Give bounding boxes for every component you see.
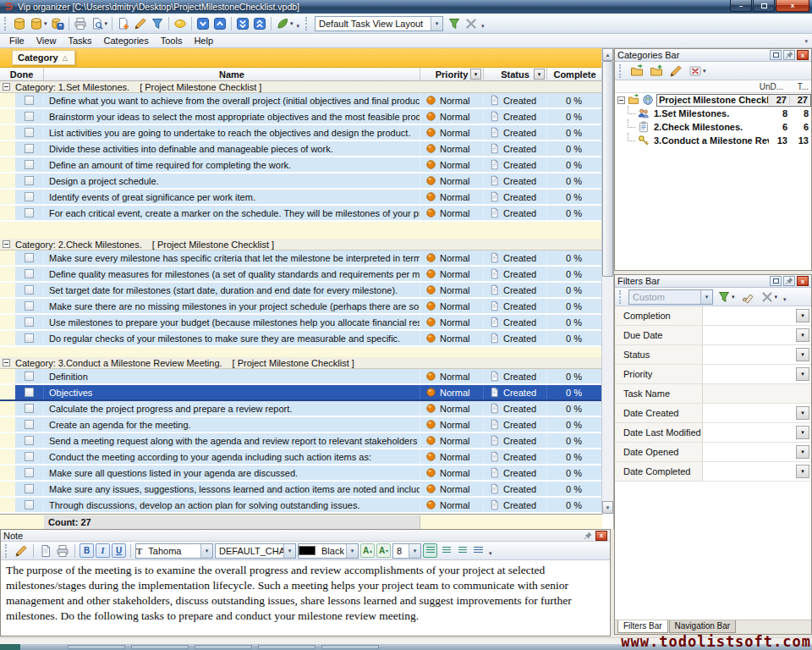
chevron-down-icon[interactable]: ▾ bbox=[409, 544, 420, 558]
task-checkbox[interactable] bbox=[25, 484, 34, 493]
toolbar-overflow-icon[interactable]: ▾ bbox=[489, 550, 492, 557]
align-right-button[interactable] bbox=[455, 543, 469, 558]
collapse-icon[interactable] bbox=[617, 96, 625, 104]
undock-panel-button[interactable] bbox=[770, 50, 782, 60]
task-row[interactable]: Define an amount of time required for co… bbox=[0, 157, 602, 174]
edit-category-icon[interactable] bbox=[667, 63, 684, 80]
column-header-complete[interactable]: Complete bbox=[547, 68, 602, 80]
align-center-button[interactable] bbox=[439, 543, 453, 558]
font-color-select[interactable]: Black ▾ bbox=[298, 543, 359, 559]
toolbar-overflow-icon[interactable]: ▾ bbox=[297, 23, 300, 30]
filter-dropdown-button[interactable]: ▾ bbox=[796, 348, 809, 361]
category-tree-item[interactable]: 1.Set Milestones.88 bbox=[615, 107, 811, 120]
layout-select[interactable]: Default Task View Layout ▾ bbox=[315, 16, 443, 31]
task-row[interactable]: Make sure all questions listed in your a… bbox=[0, 465, 602, 482]
charset-select[interactable]: DEFAULT_CHAR ▾ bbox=[215, 543, 296, 559]
new-category-icon[interactable] bbox=[648, 63, 665, 80]
chevron-down-icon[interactable]: ▾ bbox=[283, 544, 295, 558]
filter-preset-select[interactable]: Custom ▾ bbox=[628, 289, 713, 305]
task-checkbox[interactable] bbox=[25, 144, 34, 153]
task-checkbox[interactable] bbox=[25, 468, 34, 477]
filter-dropdown-button[interactable]: ▾ bbox=[796, 426, 809, 439]
total-column-header[interactable]: T... bbox=[783, 82, 809, 91]
table-scrollbar[interactable]: ▲ ▼ bbox=[601, 48, 613, 514]
filter-value[interactable] bbox=[703, 404, 794, 422]
bold-button[interactable]: B bbox=[80, 543, 94, 558]
task-checkbox[interactable] bbox=[25, 333, 34, 343]
delete-category-icon[interactable]: ▾ bbox=[687, 63, 708, 80]
task-checkbox[interactable] bbox=[25, 420, 34, 429]
menu-categories[interactable]: Categories bbox=[98, 35, 155, 47]
task-row[interactable]: DefinitionNormalCreated0 % bbox=[0, 369, 602, 385]
collapse-icon[interactable] bbox=[3, 83, 10, 91]
filter-dropdown-button[interactable]: ▾ bbox=[796, 465, 809, 478]
pin-panel-button[interactable] bbox=[783, 276, 795, 286]
filter-value[interactable] bbox=[703, 384, 811, 403]
scrollbar-thumb[interactable] bbox=[602, 61, 613, 277]
dropdown-arrow-icon[interactable]: ▾ bbox=[703, 68, 706, 74]
task-row[interactable]: Through discussions, develop an action p… bbox=[0, 498, 602, 514]
move-top-icon[interactable] bbox=[251, 15, 268, 32]
category-group-header[interactable]: Category: 3.Conduct a Milestone Review M… bbox=[0, 357, 602, 369]
save-database-icon[interactable] bbox=[49, 15, 66, 32]
menu-view[interactable]: View bbox=[30, 35, 63, 47]
category-tree-item[interactable]: 3.Conduct a Milestone Review1313 bbox=[615, 134, 811, 147]
font-size-select[interactable]: 8 ▾ bbox=[392, 543, 421, 559]
print-icon[interactable] bbox=[72, 15, 89, 32]
complete-task-icon[interactable] bbox=[172, 15, 189, 32]
move-down-icon[interactable] bbox=[195, 15, 211, 32]
print-note-icon[interactable] bbox=[55, 543, 70, 558]
tab-filters-bar[interactable]: Filters Bar bbox=[617, 620, 668, 633]
shrink-font-button[interactable]: A▾ bbox=[376, 543, 391, 558]
move-up-icon[interactable] bbox=[211, 15, 228, 32]
column-header-name[interactable]: Name bbox=[44, 68, 420, 80]
clear-filter-icon[interactable] bbox=[739, 289, 756, 306]
filter-dropdown-button[interactable]: ▾ bbox=[796, 445, 809, 459]
filter-dropdown-button[interactable]: ▾ bbox=[796, 367, 809, 381]
page-setup-icon[interactable] bbox=[38, 543, 53, 558]
group-by-category-chip[interactable]: Category △ bbox=[12, 50, 75, 65]
task-row[interactable]: Define what you want to achieve from the… bbox=[0, 93, 602, 109]
delete-task-icon[interactable] bbox=[149, 15, 166, 32]
filter-value[interactable] bbox=[703, 345, 794, 364]
move-bottom-icon[interactable] bbox=[234, 15, 251, 32]
add-task-icon[interactable] bbox=[115, 15, 132, 32]
dropdown-arrow-icon[interactable]: ▾ bbox=[732, 294, 735, 300]
task-checkbox[interactable] bbox=[25, 317, 34, 327]
filter-value[interactable] bbox=[703, 462, 794, 481]
category-group-header[interactable]: Category: 1.Set Milestones.[ Project Mil… bbox=[0, 81, 602, 93]
filter-value[interactable] bbox=[703, 326, 794, 344]
task-row[interactable]: Brainstorm your ideas to select the most… bbox=[0, 109, 602, 125]
menu-overflow-icon[interactable]: ▾ bbox=[804, 38, 808, 45]
task-checkbox[interactable] bbox=[25, 269, 34, 278]
tab-navigation-bar[interactable]: Navigation Bar bbox=[669, 620, 737, 633]
task-row[interactable]: Make sure every milestone has specific c… bbox=[0, 251, 602, 267]
task-row[interactable]: List activities you are going to underta… bbox=[0, 125, 602, 141]
pin-panel-button[interactable] bbox=[582, 531, 594, 541]
task-checkbox[interactable] bbox=[25, 112, 34, 121]
filter-dropdown-button[interactable]: ▾ bbox=[796, 328, 809, 342]
delete-layout-icon[interactable] bbox=[463, 15, 480, 32]
chevron-down-icon[interactable]: ▾ bbox=[700, 290, 712, 304]
task-row[interactable]: Conduct the meeting according to your ag… bbox=[0, 449, 602, 465]
column-header-priority[interactable]: Priority▾ bbox=[420, 68, 484, 80]
underline-button[interactable]: U bbox=[112, 543, 126, 558]
task-row[interactable]: Use milestones to prepare your budget (b… bbox=[0, 315, 602, 331]
task-checkbox[interactable] bbox=[25, 128, 34, 137]
toolbar-overflow-icon[interactable]: ▾ bbox=[783, 296, 787, 303]
scroll-up-icon[interactable]: ▲ bbox=[602, 48, 613, 61]
edit-note-icon[interactable] bbox=[14, 543, 29, 558]
filter-value[interactable] bbox=[703, 365, 794, 383]
close-panel-button[interactable]: x bbox=[595, 531, 607, 541]
task-checkbox[interactable] bbox=[25, 436, 34, 445]
task-checkbox[interactable] bbox=[25, 176, 34, 185]
pin-panel-button[interactable] bbox=[783, 50, 795, 60]
dropdown-arrow-icon[interactable]: ▾ bbox=[775, 294, 778, 300]
task-checkbox[interactable] bbox=[25, 452, 34, 461]
italic-button[interactable]: I bbox=[96, 543, 110, 558]
open-database-icon[interactable]: ▾ bbox=[28, 15, 49, 32]
close-panel-button[interactable]: x bbox=[797, 276, 809, 286]
chevron-down-icon[interactable]: ▾ bbox=[200, 544, 212, 558]
task-row[interactable]: Design a project schedule.NormalCreated0… bbox=[0, 174, 602, 190]
task-checkbox[interactable] bbox=[25, 192, 34, 201]
